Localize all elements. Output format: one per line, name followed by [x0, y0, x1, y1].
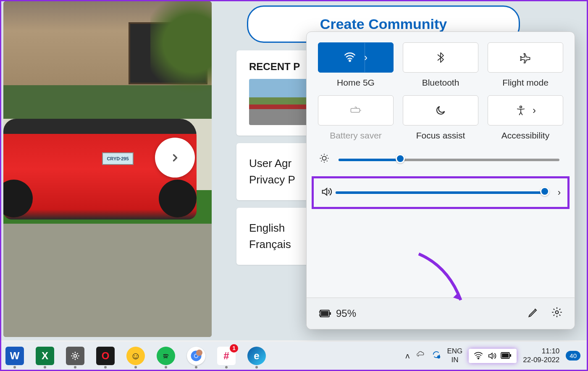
brightness-slider[interactable] — [339, 159, 559, 161]
airplane-icon — [520, 52, 531, 63]
svg-point-6 — [74, 354, 77, 357]
flight-mode-toggle[interactable] — [488, 42, 563, 73]
desktop-content: CRYD·295 Create Community RECENT P User … — [1, 1, 587, 340]
taskbar-app-excel[interactable]: X — [36, 347, 54, 365]
tray-sync-icon[interactable] — [432, 350, 441, 361]
taskbar-app-edge[interactable]: e — [247, 347, 266, 365]
next-image-button[interactable] — [155, 138, 195, 178]
tray-show-hidden-icon[interactable]: ʌ — [405, 351, 410, 361]
license-plate: CRYD·295 — [102, 152, 134, 165]
bluetooth-label: Bluetooth — [422, 78, 459, 88]
tray-onedrive-icon[interactable] — [416, 350, 425, 361]
taskbar-app-slack[interactable]: # 1 — [217, 347, 236, 365]
bluetooth-icon — [435, 52, 446, 63]
volume-output-button[interactable]: › — [558, 187, 561, 198]
taskbar-app-spotify[interactable] — [157, 347, 175, 365]
speaker-icon — [320, 186, 332, 199]
chevron-right-icon: › — [533, 105, 536, 116]
taskbar-app-basecamp[interactable]: ☺ — [126, 347, 145, 365]
tray-clock[interactable]: 11:10 22-09-2022 — [523, 347, 559, 364]
chevron-right-icon — [169, 152, 181, 164]
battery-saver-label: Battery saver — [330, 131, 382, 141]
focus-assist-label: Focus assist — [416, 131, 465, 141]
battery-icon — [501, 352, 512, 360]
svg-rect-14 — [502, 353, 509, 358]
svg-point-1 — [322, 156, 326, 160]
taskbar-app-settings[interactable] — [66, 347, 84, 365]
taskbar: W X O ☺ # 1 e ʌ ENG — [1, 342, 587, 370]
battery-status[interactable]: 95% — [318, 308, 356, 319]
wifi-icon — [474, 351, 483, 361]
speaker-icon — [487, 351, 496, 361]
gear-icon — [551, 306, 563, 318]
battery-saver-toggle[interactable] — [318, 95, 394, 125]
tray-language[interactable]: ENG IN — [447, 347, 463, 364]
volume-row-highlighted: › — [312, 176, 570, 209]
tray-notification-count[interactable]: 40 — [566, 351, 580, 361]
gear-icon — [70, 350, 81, 361]
bluetooth-toggle[interactable] — [403, 42, 478, 73]
focus-assist-toggle[interactable] — [403, 95, 478, 125]
moon-icon — [435, 105, 446, 116]
brightness-icon — [318, 152, 335, 167]
wifi-label: Home 5G — [337, 78, 375, 88]
wifi-toggle[interactable]: › — [318, 42, 394, 73]
chrome-icon — [190, 350, 202, 362]
accessibility-toggle[interactable]: › — [488, 95, 563, 125]
annotation-arrow — [410, 246, 473, 310]
svg-point-5 — [556, 311, 559, 314]
pencil-icon — [528, 306, 539, 318]
accessibility-label: Accessibility — [501, 131, 549, 141]
svg-rect-13 — [510, 354, 511, 357]
flight-mode-label: Flight mode — [502, 78, 549, 88]
accessibility-icon — [515, 105, 527, 116]
svg-point-10 — [196, 350, 202, 356]
taskbar-app-opera[interactable]: O — [96, 347, 115, 365]
svg-rect-3 — [330, 312, 331, 315]
brightness-row — [307, 149, 575, 170]
taskbar-app-word[interactable]: W — [5, 347, 24, 365]
post-image[interactable]: CRYD·295 — [3, 1, 212, 337]
battery-charging-icon — [318, 309, 332, 318]
taskbar-app-chrome[interactable] — [187, 347, 205, 365]
wifi-icon — [344, 52, 356, 63]
svg-rect-4 — [321, 311, 328, 316]
recent-post-thumbnail[interactable] — [249, 79, 312, 125]
tray-system-icons[interactable] — [469, 349, 517, 363]
edit-quick-settings-button[interactable] — [528, 306, 539, 321]
svg-point-0 — [520, 106, 522, 108]
spotify-icon — [161, 351, 171, 361]
svg-point-11 — [437, 355, 440, 358]
battery-saver-icon — [350, 105, 362, 116]
settings-button[interactable] — [551, 306, 563, 321]
volume-slider[interactable] — [336, 191, 547, 194]
